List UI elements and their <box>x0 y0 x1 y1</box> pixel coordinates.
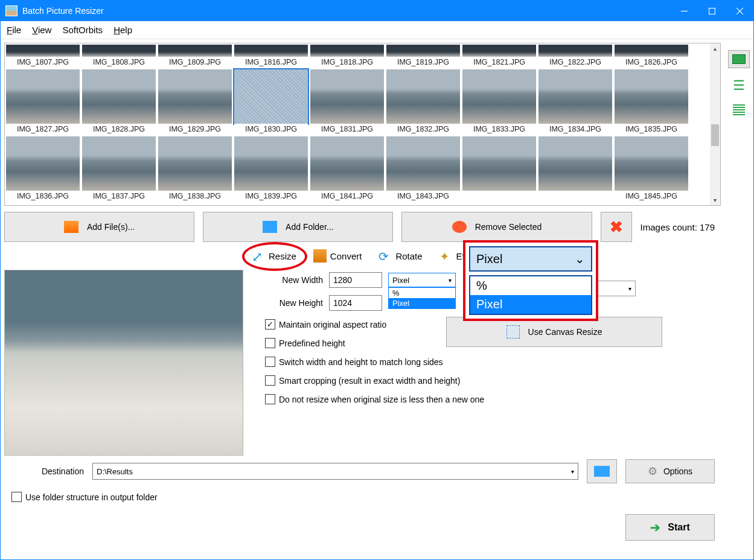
width-unit-select[interactable]: Pixel ▾ <box>388 273 456 287</box>
remove-all-button[interactable]: ✖ <box>601 212 632 242</box>
menu-view[interactable]: View <box>32 25 51 35</box>
menubar: File View SoftOrbits Help <box>1 21 753 39</box>
list-item[interactable]: IMG_1843.JPG <box>386 136 460 202</box>
gallery-scrollbar[interactable]: ▴ ▾ <box>710 43 720 205</box>
browse-folder-button[interactable] <box>587 459 617 483</box>
view-thumbnails-button[interactable] <box>728 50 750 68</box>
unit-callout-annotation: Pixel ⌄ % Pixel <box>463 240 598 321</box>
list-icon: ☰ <box>733 79 745 92</box>
remove-selected-button[interactable]: Remove Selected <box>401 212 592 242</box>
list-item[interactable]: IMG_1831.JPG <box>310 69 384 135</box>
window-title: Batch Picture Resizer <box>22 6 104 16</box>
view-list-button[interactable]: ☰ <box>730 79 747 92</box>
scroll-down-icon[interactable]: ▾ <box>710 195 720 205</box>
titlebar: Batch Picture Resizer <box>1 1 753 21</box>
convert-icon <box>313 249 327 262</box>
list-item[interactable]: IMG_1822.JPG <box>538 45 612 68</box>
close-button[interactable] <box>726 1 753 21</box>
list-item[interactable]: IMG_1826.JPG <box>615 45 688 68</box>
list-item[interactable]: IMG_1838.JPG <box>158 136 232 202</box>
minimize-button[interactable] <box>670 1 698 21</box>
grid-icon <box>733 104 745 115</box>
resize-icon: ⤢ <box>252 249 265 262</box>
preview-image <box>4 270 243 456</box>
unit-option-pixel[interactable]: Pixel <box>389 298 455 308</box>
list-item[interactable]: IMG_1836.JPG <box>6 136 80 202</box>
new-width-label: New Width <box>263 275 323 285</box>
scroll-thumb[interactable] <box>711 124 719 146</box>
switch-wh-checkbox[interactable]: Switch width and height to match long si… <box>265 357 721 367</box>
list-item[interactable]: IMG_1828.JPG <box>82 69 156 135</box>
tab-convert[interactable]: Convert <box>307 246 368 266</box>
wand-icon: ✦ <box>439 249 453 262</box>
list-item[interactable] <box>462 136 536 202</box>
list-item[interactable]: IMG_1829.JPG <box>158 69 232 135</box>
right-toolbar: ☰ <box>724 39 753 559</box>
maximize-button[interactable] <box>698 1 726 21</box>
list-item[interactable]: IMG_1808.JPG <box>82 45 156 68</box>
destination-input[interactable]: D:\Results ▾ <box>92 463 578 480</box>
view-grid-button[interactable] <box>730 103 747 116</box>
list-item[interactable]: IMG_1832.JPG <box>386 69 460 135</box>
list-item[interactable]: IMG_1833.JPG <box>462 69 536 135</box>
list-item[interactable]: IMG_1839.JPG <box>234 136 308 202</box>
scroll-up-icon[interactable]: ▴ <box>710 43 720 54</box>
list-item[interactable]: IMG_1819.JPG <box>386 45 460 68</box>
list-item[interactable]: IMG_1841.JPG <box>310 136 384 202</box>
list-item[interactable]: IMG_1837.JPG <box>82 136 156 202</box>
tab-rotate[interactable]: ⟳ Rotate <box>372 246 428 266</box>
destination-label: Destination <box>11 466 84 476</box>
options-button[interactable]: ⚙ Options <box>625 459 715 483</box>
folder-open-icon <box>594 466 610 477</box>
list-item[interactable]: IMG_1818.JPG <box>310 45 384 68</box>
image-icon <box>732 54 746 64</box>
callout-option-percent[interactable]: % <box>470 276 591 295</box>
chevron-down-icon: ▾ <box>628 285 631 292</box>
list-item[interactable] <box>538 136 612 202</box>
chevron-down-icon: ⌄ <box>575 252 585 266</box>
play-icon: ➔ <box>650 520 660 535</box>
new-width-input[interactable] <box>329 272 382 288</box>
canvas-resize-button[interactable]: Use Canvas Resize <box>446 317 662 347</box>
list-item[interactable]: IMG_1827.JPG <box>6 69 80 135</box>
add-folder-button[interactable]: Add Folder... <box>203 212 393 242</box>
app-icon <box>5 5 18 16</box>
chevron-down-icon: ▾ <box>571 468 574 475</box>
start-button[interactable]: ➔ Start <box>625 514 715 541</box>
rotate-icon: ⟳ <box>379 249 392 262</box>
no $noresize-checkbox[interactable]: Do not resize when original size is less… <box>265 394 721 404</box>
svg-rect-1 <box>709 8 715 14</box>
chevron-down-icon: ▾ <box>449 277 452 284</box>
use-folder-structure-checkbox[interactable]: Use folder structure in output folder <box>11 492 715 502</box>
list-item[interactable]: IMG_1807.JPG <box>6 45 80 68</box>
list-item[interactable]: IMG_1845.JPG <box>615 136 688 202</box>
list-item[interactable]: IMG_1821.JPG <box>462 45 536 68</box>
callout-option-pixel[interactable]: Pixel <box>470 295 591 314</box>
add-files-button[interactable]: Add File(s)... <box>4 212 194 242</box>
menu-file[interactable]: File <box>7 25 21 35</box>
list-item[interactable]: IMG_1834.JPG <box>538 69 612 135</box>
unit-option-percent[interactable]: % <box>389 288 455 298</box>
width-unit-dropdown-list[interactable]: % Pixel <box>388 287 456 309</box>
x-icon: ✖ <box>610 218 623 237</box>
folder-icon <box>263 221 277 233</box>
thumbnail-gallery: IMG_1807.JPG IMG_1808.JPG IMG_1809.JPG I… <box>4 43 721 206</box>
new-height-input[interactable] <box>329 295 382 311</box>
tab-resize[interactable]: ⤢ Resize <box>246 246 302 266</box>
smart-crop-checkbox[interactable]: Smart cropping (result in exact width an… <box>265 375 721 386</box>
menu-softorbits[interactable]: SoftOrbits <box>62 25 103 35</box>
list-item[interactable]: IMG_1830.JPG <box>234 69 308 135</box>
list-item[interactable]: IMG_1816.JPG <box>234 45 308 68</box>
list-item[interactable]: IMG_1809.JPG <box>158 45 232 68</box>
new-height-label: New Height <box>263 298 323 308</box>
remove-icon <box>452 221 467 233</box>
menu-help[interactable]: Help <box>113 25 132 35</box>
canvas-icon <box>506 325 520 339</box>
gear-icon: ⚙ <box>648 465 657 478</box>
callout-selected: Pixel ⌄ <box>469 246 592 272</box>
add-file-icon <box>64 221 78 233</box>
list-item[interactable]: IMG_1835.JPG <box>615 69 688 135</box>
images-count-label: Images count: 179 <box>641 222 721 232</box>
